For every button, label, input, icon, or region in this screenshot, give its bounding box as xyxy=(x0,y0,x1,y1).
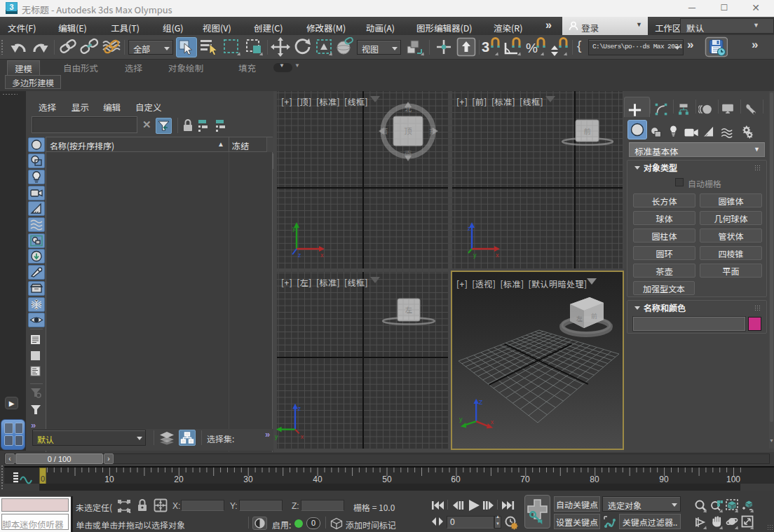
svg-text:3: 3 xyxy=(9,3,13,11)
svg-text:y: y xyxy=(459,416,463,423)
svg-text:北: 北 xyxy=(405,103,412,114)
svg-text:z: z xyxy=(298,405,301,412)
svg-text:z: z xyxy=(298,252,301,259)
svg-text:前: 前 xyxy=(591,311,597,320)
svg-text:y: y xyxy=(275,433,278,440)
svg-text:南: 南 xyxy=(405,148,412,158)
svg-text:3: 3 xyxy=(482,39,489,55)
svg-text:Z: Z xyxy=(479,399,483,406)
svg-text:左: 左 xyxy=(576,314,583,323)
svg-text:x: x xyxy=(496,252,499,259)
svg-text:顶: 顶 xyxy=(405,125,412,136)
svg-text:x: x xyxy=(301,433,304,440)
svg-text:z: z xyxy=(468,225,471,232)
svg-text:y: y xyxy=(292,225,296,232)
svg-text:西: 西 xyxy=(381,125,388,136)
svg-text:x: x xyxy=(320,252,324,259)
svg-text:x: x xyxy=(491,418,494,425)
svg-text:%: % xyxy=(526,41,538,55)
svg-text:东: 东 xyxy=(429,125,436,136)
svg-text:前: 前 xyxy=(584,125,591,136)
svg-text:左: 左 xyxy=(405,304,412,315)
svg-text:y: y xyxy=(473,252,477,259)
